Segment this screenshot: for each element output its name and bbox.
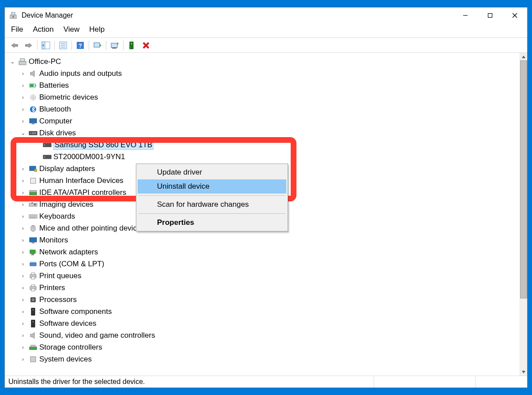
chevron-right-icon[interactable]: › (19, 82, 27, 89)
tree-root[interactable]: ⌄ Office-PC (8, 56, 518, 67)
printer-icon (29, 283, 37, 292)
tree-item-bluetooth[interactable]: ›Bluetooth (8, 103, 518, 115)
tree-item-disk-drives[interactable]: ⌄Disk drives (8, 127, 518, 139)
forward-button[interactable] (23, 40, 34, 51)
tree-item-software-devices[interactable]: ›Software devices (8, 317, 518, 329)
speaker-icon (29, 69, 37, 78)
scroll-down-button[interactable] (520, 368, 527, 376)
chevron-right-icon[interactable]: › (19, 320, 27, 327)
mouse-icon (29, 224, 37, 233)
tree-item-label: Storage controllers (39, 343, 102, 352)
tree-item-computer[interactable]: ›Computer (8, 115, 518, 127)
update-driver-button[interactable] (109, 40, 120, 51)
back-button[interactable] (9, 40, 20, 51)
tree-item-ports[interactable]: ›Ports (COM & LPT) (8, 258, 518, 270)
uninstall-device-button[interactable] (140, 40, 152, 51)
tree-item-label: Bluetooth (39, 105, 71, 114)
tree-item-storage[interactable]: ›Storage controllers (8, 341, 518, 353)
tree-item-label: Network adapters (39, 248, 98, 257)
svg-rect-41 (32, 123, 34, 124)
menu-action[interactable]: Action (33, 25, 53, 34)
tree-item-biometric[interactable]: ›Biometric devices (8, 91, 518, 103)
tree-item-network[interactable]: ›Network adapters (8, 246, 518, 258)
chevron-right-icon[interactable]: › (19, 249, 27, 255)
chevron-right-icon[interactable]: › (19, 165, 27, 172)
chevron-right-icon[interactable]: › (19, 213, 27, 220)
tree-item-st2000[interactable]: ·ST2000DM001-9YN1 (8, 151, 518, 163)
keyboard-icon (29, 212, 37, 221)
chevron-right-icon[interactable]: › (19, 237, 27, 243)
tree-item-sound[interactable]: ›Sound, video and game controllers (8, 329, 518, 341)
svg-point-84 (33, 309, 34, 310)
ide-icon (29, 188, 37, 197)
chevron-right-icon[interactable]: › (19, 225, 27, 231)
svg-rect-63 (32, 242, 34, 243)
scroll-thumb[interactable] (520, 60, 527, 298)
context-menu-properties[interactable]: Properties (138, 216, 286, 230)
scroll-track[interactable] (520, 298, 527, 368)
cpu-icon (29, 295, 37, 304)
chevron-right-icon[interactable]: › (19, 356, 27, 362)
chevron-right-icon[interactable]: › (19, 106, 27, 112)
svg-marker-9 (29, 43, 32, 48)
chevron-right-icon[interactable]: › (19, 201, 27, 208)
svg-rect-22 (111, 43, 117, 48)
svg-rect-35 (30, 84, 34, 87)
chevron-right-icon[interactable]: › (19, 284, 27, 291)
context-menu-scan-hardware[interactable]: Scan for hardware changes (138, 198, 286, 212)
properties-button[interactable] (57, 40, 69, 51)
svg-marker-91 (522, 56, 525, 58)
chevron-right-icon[interactable]: › (19, 70, 27, 77)
system-icon (29, 355, 37, 364)
tree-item-batteries[interactable]: ›Batteries (8, 79, 518, 91)
context-menu-uninstall-device[interactable]: Uninstall device (138, 179, 286, 194)
show-hidden-button[interactable] (40, 40, 52, 51)
tree-item-system[interactable]: ›System devices (8, 353, 518, 365)
minimize-button[interactable] (453, 7, 478, 23)
svg-rect-65 (31, 253, 34, 255)
close-button[interactable] (502, 7, 527, 23)
svg-rect-25 (130, 42, 133, 49)
help-button[interactable]: ? (75, 40, 86, 51)
tree-item-software-components[interactable]: ›Software components (8, 306, 518, 317)
tree-item-printers[interactable]: ›Printers (8, 282, 518, 294)
tree-item-label: Display adapters (39, 164, 95, 173)
chevron-right-icon[interactable]: › (19, 344, 27, 350)
scroll-up-button[interactable] (520, 53, 527, 60)
scan-hardware-button[interactable] (92, 40, 103, 51)
tree-item-label: Mice and other pointing devices (39, 224, 145, 233)
monitor-icon (29, 236, 37, 245)
chevron-right-icon[interactable]: › (19, 261, 27, 267)
menu-help[interactable]: Help (89, 25, 105, 34)
chevron-right-icon[interactable]: › (19, 308, 27, 315)
disk-icon (43, 153, 52, 161)
svg-rect-53 (30, 190, 37, 192)
chevron-down-icon[interactable]: ⌄ (19, 130, 27, 136)
context-menu: Update driver Uninstall device Scan for … (136, 164, 288, 231)
svg-rect-57 (29, 215, 37, 218)
tree-item-audio[interactable]: ›Audio inputs and outputs (8, 67, 518, 79)
add-legacy-hardware-button[interactable] (126, 40, 138, 51)
menu-view[interactable]: View (64, 25, 80, 34)
chevron-right-icon[interactable]: › (19, 332, 27, 339)
chevron-right-icon[interactable]: › (19, 296, 27, 303)
tree-item-samsung-ssd[interactable]: ·Samsung SSD 860 EVO 1TB (8, 139, 518, 151)
vertical-scrollbar[interactable] (520, 53, 527, 376)
monitor-icon (29, 117, 37, 126)
chevron-right-icon[interactable]: › (19, 272, 27, 279)
svg-point-56 (34, 204, 36, 205)
tree-item-print-queues[interactable]: ›Print queues (8, 270, 518, 282)
tree-item-processors[interactable]: ›Processors (8, 294, 518, 306)
chevron-right-icon[interactable]: › (19, 94, 27, 101)
chevron-right-icon[interactable]: › (19, 118, 27, 124)
chevron-right-icon[interactable]: › (19, 189, 27, 196)
tree-item-monitors[interactable]: ›Monitors (8, 234, 518, 246)
hid-icon (29, 176, 37, 185)
menu-file[interactable]: File (11, 25, 23, 34)
context-menu-update-driver[interactable]: Update driver (138, 165, 286, 179)
chevron-right-icon[interactable]: › (19, 177, 27, 184)
menu-bar: File Action View Help (5, 23, 527, 38)
chevron-down-icon[interactable]: ⌄ (8, 58, 16, 65)
maximize-button[interactable] (478, 7, 502, 23)
svg-rect-78 (32, 298, 34, 301)
